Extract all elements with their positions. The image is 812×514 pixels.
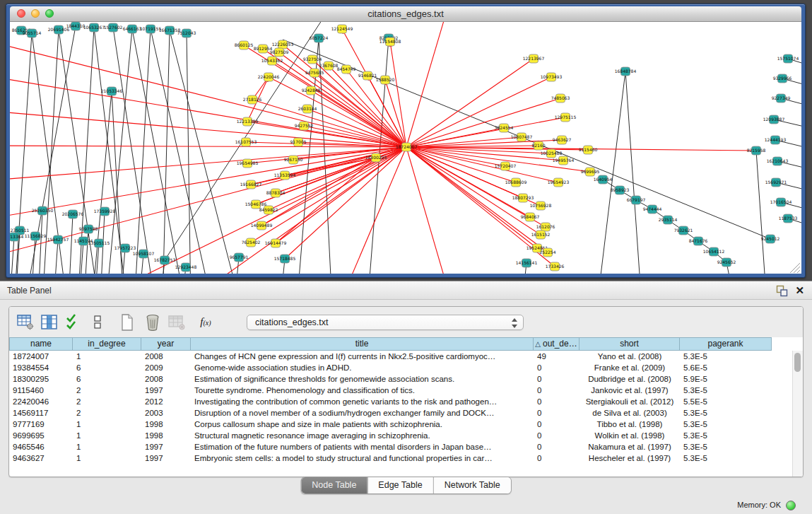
- resize-grip[interactable]: [790, 263, 800, 273]
- graph-node[interactable]: [559, 156, 568, 165]
- table-cell[interactable]: 5.3E-5: [680, 452, 772, 464]
- graph-edge[interactable]: [285, 147, 406, 175]
- graph-node[interactable]: [554, 178, 563, 187]
- graph-node[interactable]: [784, 214, 793, 223]
- table-row[interactable]: 1830029562008Estimation of significance …: [9, 373, 803, 385]
- table-cell[interactable]: 5.6E-5: [680, 362, 772, 373]
- graph-node[interactable]: [259, 45, 268, 53]
- table-cell[interactable]: 5.3E-5: [680, 430, 772, 441]
- column-header-pagerank[interactable]: pagerank: [680, 337, 772, 351]
- graph-edge[interactable]: [151, 29, 212, 274]
- table-cell[interactable]: 1: [73, 430, 141, 441]
- graph-node[interactable]: [17, 26, 26, 35]
- column-header-short[interactable]: short: [579, 337, 680, 351]
- graph-edge[interactable]: [187, 33, 191, 274]
- graph-node[interactable]: [534, 141, 543, 150]
- graph-node[interactable]: [777, 198, 786, 206]
- table-row[interactable]: 1456911722003Disruption of a novel membe…: [9, 407, 803, 419]
- graph-node[interactable]: [165, 26, 175, 35]
- graph-node[interactable]: [264, 73, 273, 81]
- graph-node[interactable]: [289, 156, 298, 164]
- table-cell[interactable]: Estimation of the future numbers of pati…: [191, 441, 534, 452]
- graph-node[interactable]: [38, 206, 47, 215]
- table-cell[interactable]: 1: [73, 351, 141, 362]
- graph-node[interactable]: [710, 247, 719, 256]
- graph-node[interactable]: [402, 143, 411, 151]
- graph-node[interactable]: [529, 54, 539, 63]
- table-cell[interactable]: 2008: [141, 351, 191, 362]
- tab-edge-table[interactable]: Edge Table: [367, 477, 433, 493]
- graph-node[interactable]: [621, 67, 630, 76]
- graph-edge[interactable]: [54, 240, 58, 274]
- graph-node[interactable]: [771, 136, 780, 144]
- graph-node[interactable]: [146, 25, 155, 33]
- table-cell[interactable]: 6: [73, 373, 141, 385]
- table-cell[interactable]: 1997: [141, 452, 191, 464]
- table-cell[interactable]: 6: [73, 362, 141, 373]
- table-row[interactable]: 1938455462009Genome-wide association stu…: [9, 362, 803, 373]
- graph-node[interactable]: [271, 189, 281, 197]
- graph-edge[interactable]: [339, 147, 406, 274]
- table-cell[interactable]: Tibbo et al. (1998): [579, 419, 680, 430]
- table-cell[interactable]: 1998: [141, 430, 191, 441]
- table-cell[interactable]: 5.3E-5: [680, 419, 772, 430]
- graph-edge[interactable]: [10, 75, 406, 147]
- table-cell[interactable]: 1: [73, 419, 141, 430]
- table-cell[interactable]: 5.3E-5: [680, 385, 772, 396]
- graph-node[interactable]: [648, 205, 657, 214]
- graph-node[interactable]: [275, 48, 284, 57]
- graph-node[interactable]: [31, 232, 40, 240]
- column-header-title[interactable]: title: [191, 337, 534, 351]
- graph-node[interactable]: [522, 259, 531, 267]
- graph-node[interactable]: [324, 62, 334, 70]
- graph-node[interactable]: [722, 258, 731, 267]
- table-cell[interactable]: 9115460: [9, 385, 73, 396]
- table-row[interactable]: 911546021997Tourette syndrome. Phenomeno…: [9, 385, 803, 396]
- graph-node[interactable]: [109, 23, 118, 32]
- table-cell[interactable]: 2: [73, 396, 141, 407]
- graph-node[interactable]: [777, 94, 786, 103]
- table-cell[interactable]: 2: [73, 407, 141, 419]
- graph-node[interactable]: [95, 239, 104, 247]
- graph-node[interactable]: [558, 136, 567, 144]
- graph-node[interactable]: [54, 25, 64, 34]
- table-cell[interactable]: 0: [534, 362, 579, 373]
- graph-node[interactable]: [386, 37, 395, 46]
- graph-node[interactable]: [501, 162, 510, 170]
- graph-node[interactable]: [240, 41, 249, 49]
- delete-table-icon[interactable]: [143, 313, 162, 332]
- graph-node[interactable]: [314, 34, 324, 42]
- table-cell[interactable]: 22420046: [9, 396, 73, 407]
- table-cell[interactable]: Hescheler et al. (1997): [579, 452, 680, 464]
- graph-node[interactable]: [100, 207, 110, 216]
- table-cell[interactable]: 9777169: [9, 419, 73, 430]
- graph-edge[interactable]: [163, 30, 170, 274]
- table-cell[interactable]: 0: [534, 373, 579, 385]
- table-cell[interactable]: 2009: [141, 362, 191, 373]
- graph-edge[interactable]: [134, 29, 151, 274]
- graph-node[interactable]: [536, 201, 546, 210]
- graph-edge[interactable]: [113, 28, 155, 274]
- graph-node[interactable]: [84, 225, 93, 233]
- graph-edge[interactable]: [406, 128, 504, 147]
- graph-node[interactable]: [307, 86, 316, 95]
- table-row[interactable]: 1872400712008Changes of HCN gene express…: [9, 351, 803, 362]
- graph-node[interactable]: [519, 194, 528, 202]
- graph-edge[interactable]: [406, 59, 534, 147]
- graph-node[interactable]: [54, 235, 63, 244]
- graph-node[interactable]: [512, 178, 521, 187]
- table-cell[interactable]: 1: [73, 452, 141, 464]
- table-cell[interactable]: 0: [534, 407, 579, 419]
- graph-node[interactable]: [242, 138, 251, 146]
- table-cell[interactable]: 1997: [141, 441, 191, 452]
- table-cell[interactable]: Corpus callosum shape and size in male p…: [191, 419, 534, 430]
- graph-node[interactable]: [381, 76, 390, 84]
- graph-node[interactable]: [308, 55, 317, 64]
- table-cell[interactable]: Embryonic stem cells: a model to study s…: [191, 452, 534, 464]
- graph-edge[interactable]: [390, 42, 406, 147]
- rows-icon[interactable]: [88, 313, 107, 332]
- table-cell[interactable]: Disruption of a novel member of a sodium…: [191, 407, 534, 419]
- graph-node[interactable]: [160, 256, 170, 264]
- table-cell[interactable]: Dudbridge et al. (2008): [579, 373, 680, 385]
- graph-node[interactable]: [561, 113, 570, 122]
